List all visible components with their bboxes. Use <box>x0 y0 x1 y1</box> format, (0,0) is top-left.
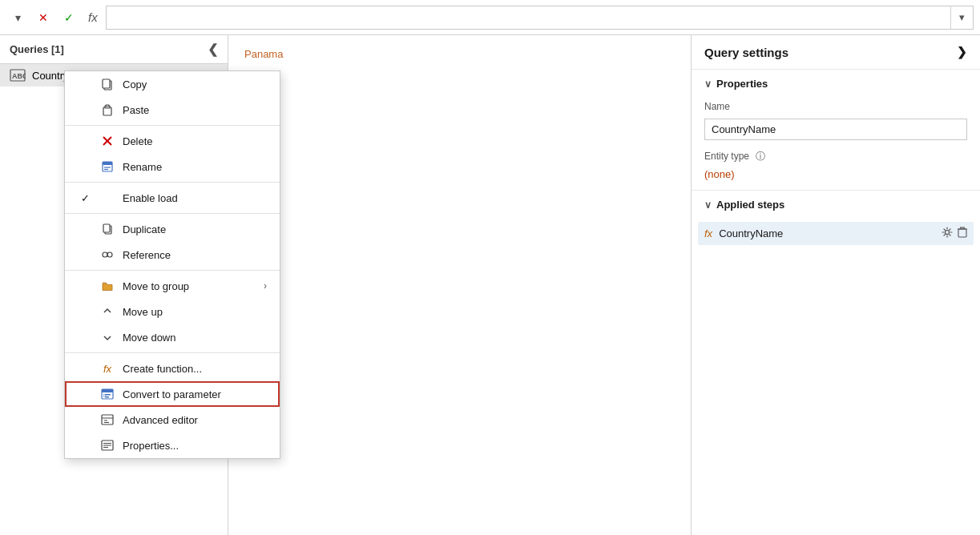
menu-label-delete: Delete <box>123 135 267 147</box>
menu-label-enableload: Enable load <box>123 192 267 204</box>
copy-icon <box>100 77 115 91</box>
folder-icon <box>100 279 115 293</box>
menu-check-enableload: ✓ <box>78 192 92 204</box>
svg-point-32 <box>946 231 950 235</box>
name-input[interactable] <box>704 119 967 140</box>
formula-bar-confirm[interactable]: ✓ <box>58 6 80 29</box>
menu-item-enableload[interactable]: ✓ Enable load <box>65 185 280 211</box>
svg-rect-33 <box>958 229 966 237</box>
formula-bar-input[interactable]: "Panama" <box>107 6 950 29</box>
movetogroup-arrow-icon: › <box>264 280 267 292</box>
queries-collapse-button[interactable]: ❮ <box>208 42 218 57</box>
queries-title: Queries [1] <box>10 43 64 55</box>
content-value: Panama <box>244 48 283 60</box>
step-item-countryname[interactable]: fx CountryName <box>698 222 974 245</box>
movedown-icon <box>100 330 115 344</box>
name-label: Name <box>692 98 980 115</box>
converttoparam-icon: P <box>100 387 115 401</box>
delete-icon <box>100 134 115 148</box>
applied-steps-chevron-icon: ∨ <box>704 199 712 211</box>
duplicate-icon <box>100 222 115 236</box>
menu-item-paste[interactable]: Paste <box>65 97 280 123</box>
menu-divider-4 <box>65 270 280 271</box>
menu-divider-1 <box>65 125 280 126</box>
menu-item-moveup[interactable]: Move up <box>65 299 280 324</box>
svg-text:ABC: ABC <box>12 72 26 80</box>
svg-rect-6 <box>106 105 109 107</box>
advancededitor-icon <box>100 412 115 427</box>
formula-bar-dropdown[interactable]: ▾ <box>950 6 973 29</box>
menu-divider-3 <box>65 213 280 214</box>
svg-rect-20 <box>102 389 113 392</box>
paste-icon <box>100 103 115 117</box>
step-name: CountryName <box>719 227 783 239</box>
menu-label-rename: Rename <box>123 161 267 173</box>
menu-divider-2 <box>65 182 280 183</box>
menu-label-reference: Reference <box>123 249 267 261</box>
step-action-gear-icon[interactable] <box>942 227 953 240</box>
content-body: Panama <box>228 35 691 73</box>
formula-bar: ▾ ✕ ✓ fx "Panama" ▾ <box>0 0 980 35</box>
applied-steps-section-header[interactable]: ∨ Applied steps <box>692 190 980 219</box>
menu-item-reference[interactable]: Reference <box>65 242 280 268</box>
menu-item-movedown[interactable]: Move down <box>65 324 280 350</box>
svg-rect-22 <box>105 394 111 396</box>
svg-rect-24 <box>102 415 113 424</box>
menu-item-rename[interactable]: Rename <box>65 154 280 179</box>
content-area: Panama <box>228 35 692 535</box>
menu-item-delete[interactable]: Delete <box>65 128 280 154</box>
menu-label-duplicate: Duplicate <box>123 223 267 235</box>
step-action-delete-icon[interactable] <box>958 227 967 240</box>
step-fx-icon: fx <box>704 227 712 239</box>
svg-point-15 <box>103 252 107 257</box>
entity-type-value: (none) <box>692 165 980 187</box>
right-panel-header: Query settings ❯ <box>692 35 980 70</box>
queries-panel: Queries [1] ❮ ABC CountryName <box>0 35 228 535</box>
properties-icon <box>100 438 115 453</box>
menu-label-paste: Paste <box>123 104 267 116</box>
properties-chevron-icon: ∨ <box>704 78 712 90</box>
menu-label-advancededitor: Advanced editor <box>123 414 267 426</box>
properties-section-header[interactable]: ∨ Properties <box>692 70 980 98</box>
menu-item-properties[interactable]: Properties... <box>65 432 280 458</box>
entity-type-info-icon: ⓘ <box>756 151 765 162</box>
context-menu: Copy Paste <box>64 70 280 459</box>
fx-label: fx <box>83 10 103 24</box>
formula-bar-chevron-down[interactable]: ▾ <box>6 6 29 29</box>
right-panel-title: Query settings <box>704 46 788 59</box>
menu-label-createfunction: Create function... <box>123 363 267 375</box>
menu-label-movetogroup: Move to group <box>123 280 256 292</box>
entity-type-label: Entity type <box>704 151 749 162</box>
menu-label-moveup: Move up <box>123 306 267 318</box>
moveup-icon <box>100 304 115 319</box>
queries-header: Queries [1] ❮ <box>0 35 228 64</box>
menu-divider-5 <box>65 352 280 353</box>
right-panel-expand-icon[interactable]: ❯ <box>957 45 967 59</box>
svg-rect-10 <box>103 162 112 165</box>
right-panel: Query settings ❯ ∨ Properties Name Entit… <box>692 35 980 535</box>
menu-label-movedown: Move down <box>123 332 267 344</box>
menu-item-advancededitor[interactable]: Advanced editor <box>65 407 280 432</box>
main-layout: Queries [1] ❮ ABC CountryName <box>0 35 980 535</box>
svg-rect-23 <box>105 396 109 398</box>
menu-item-movetogroup[interactable]: Move to group › <box>65 273 280 299</box>
enableload-icon <box>100 191 115 205</box>
applied-steps-list: fx CountryName <box>692 219 980 248</box>
menu-label-properties: Properties... <box>123 440 267 452</box>
reference-icon <box>100 247 115 262</box>
menu-item-duplicate[interactable]: Duplicate <box>65 216 280 242</box>
menu-item-createfunction[interactable]: fx Create function... <box>65 356 280 381</box>
svg-rect-3 <box>103 79 110 88</box>
applied-steps-label: Applied steps <box>716 199 784 211</box>
menu-item-converttoparam[interactable]: P Convert to parameter <box>65 381 280 407</box>
formula-bar-cancel[interactable]: ✕ <box>32 6 54 29</box>
createfunction-icon: fx <box>100 361 115 376</box>
rename-icon <box>100 159 115 174</box>
menu-item-copy[interactable]: Copy <box>65 71 280 97</box>
svg-rect-14 <box>103 224 110 232</box>
menu-label-converttoparam: Convert to parameter <box>123 388 267 400</box>
menu-label-copy: Copy <box>123 78 267 91</box>
properties-section-label: Properties <box>716 78 768 90</box>
query-type-icon: ABC <box>10 69 26 82</box>
